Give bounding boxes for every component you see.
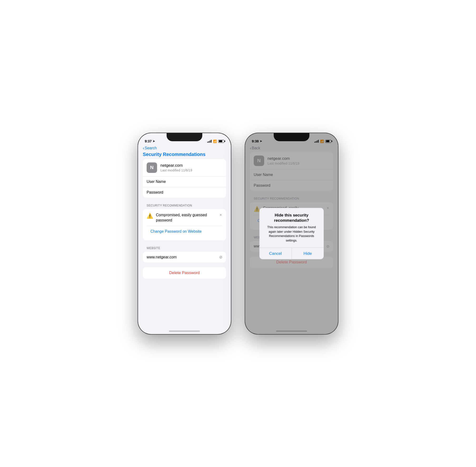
back-nav-1[interactable]: ‹ Search bbox=[143, 146, 226, 150]
battery-icon-1 bbox=[218, 140, 224, 143]
dismiss-button-1[interactable]: × bbox=[219, 212, 223, 218]
phone-1: 9:37 ➤ 📶 ‹ Search Security Recommendatio… bbox=[138, 133, 231, 334]
delete-card-1[interactable]: Delete Password bbox=[143, 267, 226, 279]
site-info-1: netgear.com Last modified 11/6/19 bbox=[160, 163, 192, 172]
password-field-1[interactable]: Password bbox=[143, 187, 226, 198]
alert-buttons: Cancel Hide bbox=[259, 248, 324, 259]
security-section-header-1: SECURITY RECOMMENDATION bbox=[143, 201, 226, 209]
website-card-1: www.netgear.com ⊘ bbox=[143, 252, 226, 262]
status-icons-1: 📶 bbox=[207, 140, 224, 143]
security-card-1: ⚠️ Compromised, easily guessed password … bbox=[143, 209, 226, 241]
page-title-1: Security Recommendations bbox=[143, 152, 226, 157]
security-content-1: ⚠️ Compromised, easily guessed password bbox=[147, 212, 222, 223]
security-text-1: Compromised, easily guessed password bbox=[156, 212, 222, 223]
phone-2: 9:38 ➤ 📶 ‹ Back bbox=[245, 133, 338, 334]
nav-bar-1: ‹ Search Security Recommendations bbox=[138, 145, 231, 159]
alert-dialog: Hide this security recommendation? This … bbox=[259, 208, 324, 259]
location-icon-1: ➤ bbox=[152, 139, 155, 143]
site-name-1: netgear.com bbox=[160, 163, 192, 168]
back-label-1[interactable]: Search bbox=[145, 146, 157, 150]
alert-message: This recommendation can be found again l… bbox=[263, 225, 320, 243]
alert-cancel-button[interactable]: Cancel bbox=[259, 248, 292, 259]
status-time-1: 9:37 bbox=[145, 139, 152, 143]
change-password-link-1[interactable]: Change Password on Website bbox=[147, 226, 222, 237]
external-link-icon-1[interactable]: ⊘ bbox=[219, 255, 222, 259]
site-header-1: N netgear.com Last modified 11/6/19 bbox=[143, 159, 226, 176]
website-section-header-1: WEBSITE bbox=[143, 243, 226, 252]
screen-2: 9:38 ➤ 📶 ‹ Back bbox=[245, 133, 338, 334]
site-icon-1: N bbox=[147, 162, 157, 173]
website-url-1: www.netgear.com bbox=[147, 255, 176, 259]
home-indicator-1 bbox=[169, 331, 200, 332]
alert-content: Hide this security recommendation? This … bbox=[259, 208, 324, 243]
wifi-icon-1: 📶 bbox=[213, 140, 217, 143]
site-card-1: N netgear.com Last modified 11/6/19 User… bbox=[143, 159, 226, 198]
website-row-1: www.netgear.com ⊘ bbox=[143, 252, 226, 262]
back-chevron-icon-1: ‹ bbox=[143, 146, 144, 150]
alert-hide-button[interactable]: Hide bbox=[292, 248, 324, 259]
delete-label-1[interactable]: Delete Password bbox=[169, 271, 200, 275]
warning-icon-1: ⚠️ bbox=[147, 213, 153, 219]
username-field-1[interactable]: User Name bbox=[143, 176, 226, 187]
battery-fill-1 bbox=[219, 140, 222, 142]
screen-1: 9:37 ➤ 📶 ‹ Search Security Recommendatio… bbox=[138, 133, 231, 334]
content-1: N netgear.com Last modified 11/6/19 User… bbox=[138, 159, 231, 284]
alert-title: Hide this security recommendation? bbox=[263, 212, 320, 223]
notch-1 bbox=[167, 133, 202, 141]
site-modified-1: Last modified 11/6/19 bbox=[160, 168, 192, 172]
signal-bars-1 bbox=[207, 140, 212, 143]
